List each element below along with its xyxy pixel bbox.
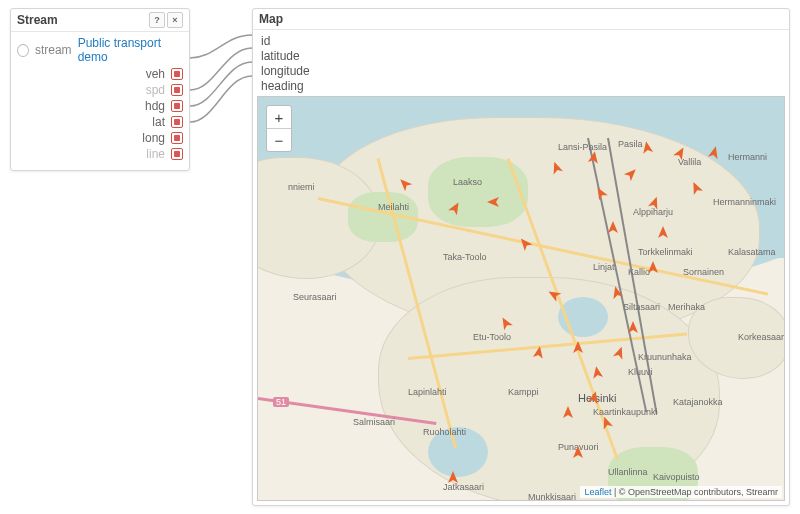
stream-link[interactable]: Public transport demo bbox=[78, 36, 183, 64]
leaflet-link[interactable]: Leaflet bbox=[584, 487, 611, 497]
output-lat: lat bbox=[17, 114, 183, 130]
output-veh: veh bbox=[17, 66, 183, 82]
map-panel-header[interactable]: Map bbox=[253, 9, 789, 30]
map-viewport[interactable]: + − Leaflet | © OpenStreetMap contributo… bbox=[257, 96, 785, 501]
stream-panel-header[interactable]: Stream ? × bbox=[11, 9, 189, 32]
output-label: lat bbox=[125, 115, 165, 129]
zoom-in-button[interactable]: + bbox=[267, 106, 291, 128]
map-input-latitude: latitude bbox=[261, 49, 781, 64]
output-spd: spd bbox=[17, 82, 183, 98]
output-label: long bbox=[125, 131, 165, 145]
help-button[interactable]: ? bbox=[149, 12, 165, 28]
stream-select-radio[interactable] bbox=[17, 44, 29, 57]
close-button[interactable]: × bbox=[167, 12, 183, 28]
output-label: veh bbox=[125, 67, 165, 81]
output-label: hdg bbox=[125, 99, 165, 113]
place-label: Seurasaari bbox=[293, 292, 337, 302]
output-hdg: hdg bbox=[17, 98, 183, 114]
stream-panel[interactable]: Stream ? × stream Public transport demo … bbox=[10, 8, 190, 171]
output-port[interactable] bbox=[171, 84, 183, 96]
stream-field-label: stream bbox=[35, 43, 72, 57]
output-line: line bbox=[17, 146, 183, 162]
map-input-heading: heading bbox=[261, 79, 781, 94]
zoom-control: + − bbox=[266, 105, 292, 152]
zoom-out-button[interactable]: − bbox=[267, 128, 291, 151]
map-attribution: Leaflet | © OpenStreetMap contributors, … bbox=[580, 486, 782, 498]
output-port[interactable] bbox=[171, 68, 183, 80]
output-port[interactable] bbox=[171, 132, 183, 144]
output-port[interactable] bbox=[171, 100, 183, 112]
output-label: spd bbox=[125, 83, 165, 97]
output-port[interactable] bbox=[171, 116, 183, 128]
map-panel[interactable]: Map idlatitudelongitudeheading + − bbox=[252, 8, 790, 506]
map-inputs-list: idlatitudelongitudeheading bbox=[253, 30, 789, 96]
stream-panel-title: Stream bbox=[17, 13, 147, 27]
map-input-longitude: longitude bbox=[261, 64, 781, 79]
output-label: line bbox=[125, 147, 165, 161]
map-input-id: id bbox=[261, 34, 781, 49]
map-panel-title: Map bbox=[259, 12, 783, 26]
output-port[interactable] bbox=[171, 148, 183, 160]
output-long: long bbox=[17, 130, 183, 146]
